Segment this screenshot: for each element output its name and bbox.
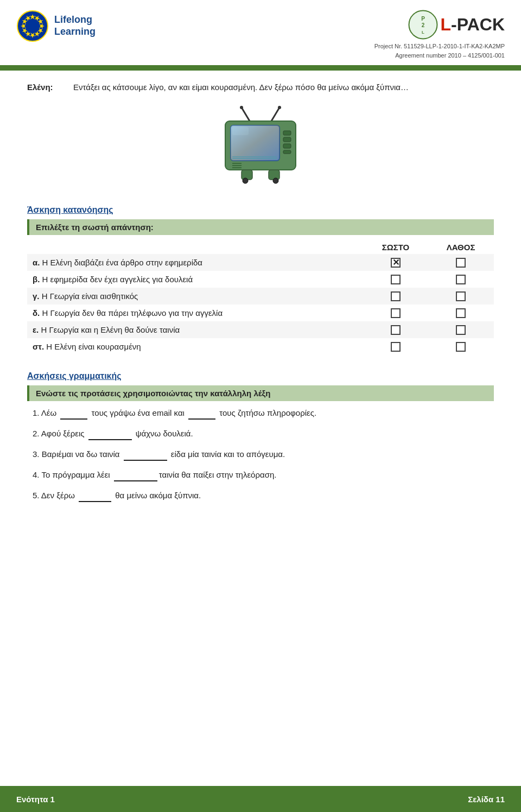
header-right: P 2 L L-PACK Project Nr. 511529-LLP-1-20… [374, 10, 505, 60]
table-row: α. Η Ελένη διαβάζει ένα άρθρο στην εφημε… [27, 254, 494, 271]
svg-point-18 [240, 106, 243, 109]
row-label: στ. Η Ελένη είναι κουρασμένη [27, 338, 364, 355]
dialog-speaker-1: Ελένη: [27, 81, 65, 94]
svg-rect-27 [283, 144, 291, 148]
checkbox-sostos-box[interactable] [391, 342, 401, 352]
checkbox-lathos-box[interactable] [456, 325, 466, 335]
main-content: Ελένη: Εντάξει ας κάτσουμε λίγο, αν και … [0, 71, 521, 524]
checkbox-sostos-box[interactable] [391, 308, 401, 318]
row-label: α. Η Ελένη διαβάζει ένα άρθρο στην εφημε… [27, 254, 364, 271]
table-row: στ. Η Ελένη είναι κουρασμένη [27, 338, 494, 355]
svg-point-20 [278, 106, 281, 109]
svg-text:2: 2 [421, 22, 424, 28]
footer-right-text: Σελίδα 11 [468, 795, 505, 804]
grammar-item: 5. Δεν ξέρω θα μείνω ακόμα ξύπνια. [33, 489, 494, 502]
grammar-instruction: Ενώστε τις προτάσεις χρησιμοποιώντας την… [27, 385, 494, 401]
checkbox-sostos-box[interactable] [391, 275, 401, 284]
learning-subtitle: Learning [54, 26, 96, 38]
sostos-checkbox[interactable] [364, 254, 428, 271]
svg-text:L: L [422, 30, 424, 35]
header: Lifelong Learning P 2 L L-PACK Project N… [0, 0, 521, 67]
svg-text:P: P [421, 16, 425, 22]
row-label: γ. Η Γεωργία είναι αισθητικός [27, 288, 364, 304]
dialog-line-1: Ελένη: Εντάξει ας κάτσουμε λίγο, αν και … [27, 81, 494, 94]
lpack-badge-icon: P 2 L [408, 10, 438, 40]
sostos-checkbox[interactable] [364, 304, 428, 321]
lathos-checkbox[interactable] [428, 288, 494, 304]
project-line2: Agreement number 2010 – 4125/001-001 [374, 51, 505, 60]
comprehension-instruction: Επιλέξτε τη σωστή απάντηση: [27, 219, 494, 235]
footer-left-text: Ενότητα 1 [16, 795, 55, 804]
checkbox-lathos-box[interactable] [456, 342, 466, 352]
grammar-item: 3. Βαριέμαι να δω ταινία είδα μία ταινία… [33, 448, 494, 461]
comprehension-section: Άσκηση κατανόησης Επιλέξτε τη σωστή απάν… [27, 205, 494, 355]
lathos-checkbox[interactable] [428, 271, 494, 288]
svg-rect-32 [269, 170, 279, 180]
lathos-checkbox[interactable] [428, 338, 494, 355]
eu-logo-icon [16, 10, 49, 42]
svg-line-17 [242, 107, 250, 121]
svg-point-33 [243, 178, 248, 183]
header-left: Lifelong Learning [16, 10, 96, 42]
checkbox-lathos-box[interactable] [456, 308, 466, 318]
svg-rect-28 [283, 150, 291, 154]
svg-rect-26 [283, 137, 291, 142]
lpack-brand: L-PACK [441, 15, 505, 35]
sostos-checkbox[interactable] [364, 271, 428, 288]
sostos-checkbox[interactable] [364, 338, 428, 355]
lathos-checkbox[interactable] [428, 254, 494, 271]
svg-point-34 [273, 178, 278, 183]
footer: Ενότητα 1 Σελίδα 11 [0, 786, 521, 812]
lathos-checkbox[interactable] [428, 321, 494, 338]
project-info: Project Nr. 511529-LLP-1-2010-1-IT-KA2-K… [374, 42, 505, 60]
tv-illustration-container [27, 105, 494, 192]
table-row: δ. Η Γεωργία δεν θα πάρει τηλέφωνο για τ… [27, 304, 494, 321]
row-label: ε. Η Γεωργία και η Ελένη θα δούνε ταινία [27, 321, 364, 338]
svg-rect-31 [242, 170, 252, 180]
table-col-lathos: ΛΑΘΟΣ [428, 240, 494, 254]
grammar-items-list: 1. Λέω τους γράψω ένα email και τους ζητ… [27, 407, 494, 502]
grammar-section: Ασκήσεις γραμματικής Ενώστε τις προτάσει… [27, 371, 494, 502]
svg-line-19 [271, 107, 279, 121]
comprehension-title: Άσκηση κατανόησης [27, 205, 494, 215]
checkbox-lathos-box[interactable] [456, 258, 466, 268]
checkbox-lathos-box[interactable] [456, 275, 466, 284]
sostos-checkbox[interactable] [364, 288, 428, 304]
table-col-question [27, 240, 364, 254]
table-row: γ. Η Γεωργία είναι αισθητικός [27, 288, 494, 304]
grammar-item: 2. Αφού ξέρεις ψάχνω δουλειά. [33, 427, 494, 440]
checkbox-sostos-box[interactable] [391, 325, 401, 335]
page: Lifelong Learning P 2 L L-PACK Project N… [0, 0, 521, 812]
checkbox-sostos-box[interactable] [391, 291, 401, 301]
lifelong-title: Lifelong [54, 14, 96, 26]
grammar-item: 1. Λέω τους γράψω ένα email και τους ζητ… [33, 407, 494, 420]
row-label: β. Η εφημερίδα δεν έχει αγγελίες για δου… [27, 271, 364, 288]
checkbox-lathos-box[interactable] [456, 291, 466, 301]
lifelong-learning-logo: Lifelong Learning [54, 14, 96, 37]
lpack-logo: P 2 L L-PACK [408, 10, 505, 40]
table-row: ε. Η Γεωργία και η Ελένη θα δούνε ταινία [27, 321, 494, 338]
lathos-checkbox[interactable] [428, 304, 494, 321]
project-line1: Project Nr. 511529-LLP-1-2010-1-IT-KA2-K… [374, 42, 505, 51]
sostos-checkbox[interactable] [364, 321, 428, 338]
tv-image-icon [212, 105, 309, 192]
grammar-title: Ασκήσεις γραμματικής [27, 371, 494, 381]
grammar-item: 4. Το πρόγραμμα λέει ταινία θα παίξει στ… [33, 468, 494, 481]
checkbox-sostos-box[interactable] [391, 258, 401, 268]
dialog-section: Ελένη: Εντάξει ας κάτσουμε λίγο, αν και … [27, 81, 494, 94]
comprehension-table: ΣΩΣΤΟ ΛΑΘΟΣ α. Η Ελένη διαβάζει ένα άρθρ… [27, 240, 494, 355]
svg-rect-25 [283, 131, 291, 135]
svg-rect-24 [231, 125, 279, 161]
dialog-text-1: Εντάξει ας κάτσουμε λίγο, αν και είμαι κ… [73, 81, 409, 94]
table-row: β. Η εφημερίδα δεν έχει αγγελίες για δου… [27, 271, 494, 288]
row-label: δ. Η Γεωργία δεν θα πάρει τηλέφωνο για τ… [27, 304, 364, 321]
table-col-sostos: ΣΩΣΤΟ [364, 240, 428, 254]
